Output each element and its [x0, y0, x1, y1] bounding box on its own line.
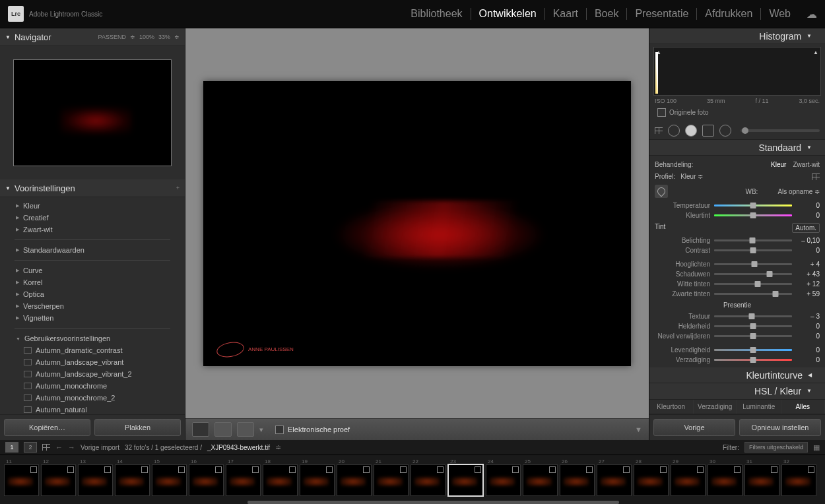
thumbnail[interactable]: 15 [152, 464, 187, 496]
hsl-header[interactable]: HSL / Kleur▼ [649, 383, 825, 399]
preset-group[interactable]: ▶Verscherpen [5, 300, 180, 312]
slider-Levendigheid[interactable]: Levendigheid0 [655, 345, 820, 355]
thumbnail[interactable]: 14 [115, 464, 150, 496]
basic-panel-header[interactable]: Standaard▼ [649, 140, 825, 156]
compare-view-button[interactable] [214, 422, 232, 437]
tonecurve-header[interactable]: Kleurtintcurve◀ [649, 367, 825, 383]
histogram-chart[interactable]: ▲ ▲ [653, 47, 821, 96]
navigator-preview[interactable] [0, 46, 185, 179]
histogram-header[interactable]: Histogram▼ [649, 28, 825, 44]
nav-fit[interactable]: PASSEND [98, 34, 126, 40]
add-preset-icon[interactable]: + [176, 185, 180, 191]
profile-select[interactable]: Kleur ≑ [680, 173, 703, 180]
user-preset[interactable]: Autumn_monochrome [5, 380, 180, 392]
cloud-sync-icon[interactable]: ☁ [807, 8, 817, 20]
slider-Belichting[interactable]: Belichting– 0,10 [655, 236, 820, 245]
thumbnail[interactable]: 16 [189, 464, 224, 496]
user-preset[interactable]: Autumn_landscape_vibrant_2 [5, 368, 180, 380]
auto-tone-button[interactable]: Autom. [792, 223, 820, 233]
module-presentatie[interactable]: Presentatie [627, 8, 697, 20]
nav-zoom-100[interactable]: 100% [139, 34, 154, 40]
soft-proof-checkbox[interactable] [275, 425, 284, 434]
preset-group[interactable]: ▶Creatief [5, 212, 180, 224]
highlight-clip-icon[interactable]: ▲ [813, 49, 818, 55]
presets-header[interactable]: ▼ Voorinstellingen + [0, 179, 185, 197]
thumbnail[interactable]: 19 [300, 464, 335, 496]
preset-group[interactable]: ▶Kleur [5, 200, 180, 212]
slider-Hooglichten[interactable]: Hooglichten+ 4 [655, 259, 820, 269]
screen-1-button[interactable]: 1 [5, 442, 18, 453]
module-bibliotheek[interactable]: Bibliotheek [403, 8, 471, 20]
crop-tool-icon[interactable] [655, 127, 663, 134]
filter-lock-icon[interactable]: ▦ [813, 443, 820, 452]
module-kaart[interactable]: Kaart [545, 8, 587, 20]
copy-button[interactable]: Kopiëren… [4, 419, 90, 436]
thumbnail[interactable]: 25 [523, 464, 558, 496]
thumbnail[interactable]: 24 [486, 464, 521, 496]
user-preset[interactable]: Autumn_dramatic_contrast [5, 344, 180, 356]
preset-group[interactable]: ▶Korrel [5, 276, 180, 288]
mask-tool-icon[interactable] [702, 125, 714, 137]
wb-eyedropper-icon[interactable] [655, 185, 668, 198]
treatment-color[interactable]: Kleur [771, 161, 786, 168]
preset-group[interactable]: ▶Curve [5, 265, 180, 276]
wb-select[interactable]: Als opname ≑ [777, 188, 820, 195]
redeye-tool-icon[interactable] [685, 125, 697, 137]
slider-Witte tinten[interactable]: Witte tinten+ 12 [655, 279, 820, 289]
original-checkbox[interactable] [657, 108, 666, 117]
filter-select[interactable]: Filters uitgeschakeld [744, 442, 808, 453]
user-preset[interactable]: Autumn_landscape_vibrant [5, 356, 180, 368]
nav-zoom-33[interactable]: 33% [158, 34, 170, 40]
navigator-header[interactable]: ▼ Navigator PASSEND≑ 100% 33%≑ [0, 28, 185, 46]
reset-button[interactable]: Opnieuw instellen [739, 419, 821, 436]
previous-button[interactable]: Vorige [653, 419, 735, 436]
filmstrip[interactable]: 1112131415161718192021222324252627282930… [0, 455, 825, 504]
slider-Zwarte tinten[interactable]: Zwarte tinten+ 59 [655, 289, 820, 299]
slider-Kleurtint[interactable]: Kleurtint0 [655, 210, 820, 220]
thumbnail[interactable]: 21 [374, 464, 409, 496]
thumbnail[interactable]: 13 [78, 464, 113, 496]
thumbnail[interactable]: 32 [781, 464, 816, 496]
module-boek[interactable]: Boek [587, 8, 627, 20]
preset-group[interactable]: ▶Zwart-wit [5, 224, 180, 236]
user-preset[interactable]: Autumn_monochrome_2 [5, 392, 180, 404]
slider-Schaduwen[interactable]: Schaduwen+ 43 [655, 269, 820, 279]
thumbnail[interactable]: 26 [560, 464, 595, 496]
module-web[interactable]: Web [761, 8, 799, 20]
thumbnail[interactable]: 27 [597, 464, 632, 496]
slider-Temperatuur[interactable]: Temperatuur0 [655, 201, 820, 210]
preset-group[interactable]: ▶Optica [5, 288, 180, 300]
paste-button[interactable]: Plakken [94, 419, 181, 436]
radial-tool-icon[interactable] [719, 125, 731, 137]
thumbnail[interactable]: 30 [708, 464, 742, 496]
preset-group[interactable]: ▶Standaardwaarden [5, 244, 180, 256]
preset-group[interactable]: ▼Gebruikersvoorinstellingen [5, 332, 180, 344]
slider-Contrast[interactable]: Contrast0 [655, 245, 820, 255]
thumbnail[interactable]: 23 [447, 464, 484, 497]
hsl-tab-all[interactable]: Alles [781, 400, 826, 414]
slider-Helderheid[interactable]: Helderheid0 [655, 321, 820, 331]
thumbnail[interactable]: 18 [263, 464, 298, 496]
hsl-tab-lum[interactable]: Luminantie [737, 400, 781, 414]
filmstrip-scrollbar[interactable] [248, 501, 619, 504]
grid-view-icon[interactable] [42, 444, 50, 451]
hsl-tab-sat[interactable]: Verzadiging [694, 400, 738, 414]
thumbnail[interactable]: 12 [41, 464, 76, 496]
thumbnail[interactable]: 28 [634, 464, 669, 496]
user-preset[interactable]: Autumn_natural [5, 404, 180, 414]
screen-2-button[interactable]: 2 [24, 442, 37, 453]
thumbnail[interactable]: 17 [226, 464, 261, 496]
hsl-tab-hue[interactable]: Kleurtoon [649, 400, 694, 414]
thumbnail[interactable]: 29 [671, 464, 706, 496]
image-canvas[interactable]: ANNE PAULISSEN [185, 28, 649, 418]
treatment-bw[interactable]: Zwart-wit [793, 161, 820, 168]
loupe-view-button[interactable] [192, 422, 209, 437]
thumbnail[interactable]: 20 [337, 464, 372, 496]
thumbnail[interactable]: 11 [4, 464, 39, 496]
tool-slider[interactable] [741, 129, 820, 132]
profile-browser-icon[interactable] [812, 173, 820, 180]
slider-Verzadiging[interactable]: Verzadiging0 [655, 355, 820, 365]
back-icon[interactable]: ← [55, 443, 63, 451]
spot-tool-icon[interactable] [668, 125, 680, 137]
module-ontwikkelen[interactable]: Ontwikkelen [471, 8, 545, 20]
